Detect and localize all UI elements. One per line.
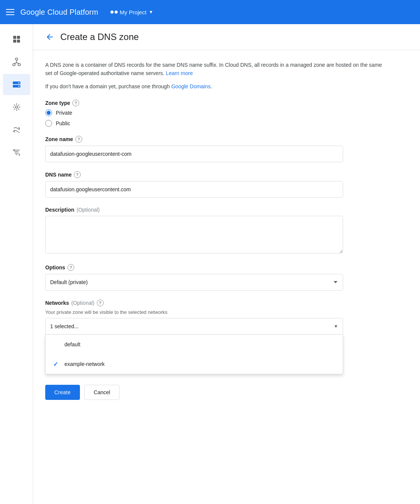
networks-sublabel: Your private zone will be visible to the… — [45, 309, 383, 315]
main-content: Create a DNS zone A DNS zone is a contai… — [33, 24, 420, 504]
svg-point-12 — [18, 82, 19, 83]
description-section: Description (Optional) — [45, 207, 383, 255]
dns-icon — [12, 80, 21, 89]
dns-name-input[interactable] — [45, 181, 343, 198]
options-label: Options ? — [45, 264, 383, 271]
radio-private[interactable]: Private — [45, 109, 383, 116]
networks-label: Networks (Optional) ? — [45, 300, 383, 306]
move-icon — [12, 103, 21, 112]
dns-name-label: DNS name ? — [45, 171, 383, 178]
zone-type-section: Zone type ? Private Public — [45, 100, 383, 127]
sidebar-item-move[interactable] — [3, 97, 30, 118]
page-header: Create a DNS zone — [33, 24, 420, 50]
project-name: My Project — [120, 9, 147, 15]
svg-line-9 — [17, 63, 19, 64]
description-text-1: A DNS zone is a container of DNS records… — [45, 62, 382, 76]
svg-rect-3 — [17, 40, 20, 43]
zone-name-section: Zone name ? — [45, 136, 383, 162]
content-area: A DNS zone is a container of DNS records… — [33, 50, 395, 410]
description-paragraph-2: If you don't have a domain yet, purchase… — [45, 82, 383, 91]
svg-rect-6 — [18, 64, 20, 66]
description-optional: (Optional) — [77, 207, 100, 213]
zone-name-input[interactable] — [45, 146, 343, 162]
svg-line-21 — [18, 104, 19, 106]
network-option-default-label: default — [64, 341, 80, 347]
hamburger-menu[interactable] — [6, 9, 14, 15]
topbar: Google Cloud Platform My Project ▼ — [0, 0, 420, 24]
options-help-icon[interactable]: ? — [67, 264, 74, 271]
back-button[interactable] — [45, 32, 54, 41]
options-select[interactable]: Default (private) — [45, 274, 343, 290]
zone-type-help-icon[interactable]: ? — [72, 100, 79, 106]
page-title: Create a DNS zone — [60, 32, 139, 42]
checkmark-example: ✓ — [53, 361, 61, 368]
options-section: Options ? Default (private) — [45, 264, 383, 290]
chevron-down-icon: ▼ — [149, 9, 153, 15]
create-button[interactable]: Create — [45, 385, 80, 400]
sidebar-item-dns[interactable] — [3, 74, 30, 95]
dashboard-icon — [12, 35, 21, 44]
cancel-button[interactable]: Cancel — [84, 385, 120, 400]
svg-line-22 — [14, 109, 15, 110]
network-option-default[interactable]: default — [46, 335, 343, 354]
networks-chevron-down-icon: ▼ — [334, 324, 338, 329]
networks-help-icon[interactable]: ? — [97, 300, 104, 306]
svg-rect-2 — [13, 40, 16, 43]
network-icon — [12, 57, 21, 66]
networks-dropdown-trigger[interactable]: 1 selected... ▼ — [45, 318, 343, 335]
radio-private-label: Private — [56, 110, 72, 116]
sidebar — [0, 24, 33, 504]
zone-name-help-icon[interactable]: ? — [75, 136, 82, 143]
svg-line-19 — [14, 104, 15, 106]
svg-rect-1 — [17, 36, 20, 39]
svg-rect-5 — [13, 64, 15, 66]
sidebar-item-routes[interactable] — [3, 119, 30, 140]
dns-name-help-icon[interactable]: ? — [74, 171, 81, 178]
description-label: Description (Optional) — [45, 207, 383, 213]
project-selector[interactable]: My Project ▼ — [110, 9, 153, 15]
svg-point-14 — [15, 106, 18, 108]
description-paragraph-1: A DNS zone is a container of DNS records… — [45, 61, 383, 78]
learn-more-link[interactable]: Learn more — [166, 70, 193, 76]
radio-public-label: Public — [56, 120, 70, 126]
svg-line-20 — [18, 109, 19, 110]
network-option-example[interactable]: ✓ example-network — [46, 354, 343, 374]
networks-selected-label: 1 selected... — [50, 323, 79, 329]
description-text-2-end: . — [211, 83, 212, 89]
svg-rect-0 — [13, 36, 16, 39]
networks-dropdown-container: 1 selected... ▼ default ✓ example-networ… — [45, 318, 343, 374]
description-text-2: If you don't have a domain yet, purchase… — [45, 83, 170, 89]
sidebar-item-filter[interactable] — [3, 142, 30, 163]
sidebar-item-network[interactable] — [3, 51, 30, 72]
networks-dropdown-list: default ✓ example-network — [45, 335, 343, 374]
buttons-row: Create Cancel — [45, 385, 383, 400]
app-title: Google Cloud Platform — [20, 8, 98, 17]
svg-rect-4 — [15, 58, 18, 60]
routes-icon — [12, 125, 21, 134]
sidebar-item-dashboard[interactable] — [3, 29, 30, 50]
svg-point-13 — [18, 86, 19, 87]
zone-type-radio-group: Private Public — [45, 109, 383, 127]
networks-section: Networks (Optional) ? Your private zone … — [45, 300, 383, 374]
filter-icon — [12, 148, 21, 157]
zone-name-label: Zone name ? — [45, 136, 383, 143]
description-input[interactable] — [45, 216, 343, 254]
networks-optional: (Optional) — [71, 300, 94, 306]
radio-private-input[interactable] — [45, 109, 52, 116]
dns-name-section: DNS name ? — [45, 171, 383, 198]
google-domains-link[interactable]: Google Domains — [171, 83, 210, 89]
checkmark-default — [53, 341, 61, 348]
radio-public[interactable]: Public — [45, 120, 383, 127]
zone-type-label: Zone type ? — [45, 100, 383, 106]
radio-public-input[interactable] — [45, 120, 52, 127]
svg-line-8 — [14, 63, 17, 64]
network-option-example-label: example-network — [64, 361, 105, 367]
project-icon — [110, 11, 118, 14]
